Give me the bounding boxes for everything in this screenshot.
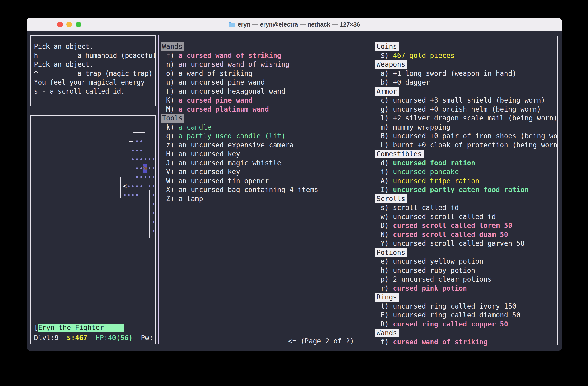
section-header: Coins [377, 43, 399, 50]
folder-icon [229, 21, 235, 27]
inventory-item: w) uncursed scroll called id [377, 213, 496, 221]
status-field: Dlvl:9 [34, 334, 59, 342]
section-header: Armor [377, 87, 399, 95]
inventory-item: d) uncursed food ration [377, 159, 475, 167]
map-wall [149, 191, 150, 238]
menu-page-indicator: <= (Page 2 of 2) [288, 337, 354, 346]
inventory-item: e) uncursed yellow potion [377, 257, 483, 265]
status-bracket: [ [34, 324, 38, 332]
menu-item[interactable]: u) an uncursed pine wand [162, 78, 265, 86]
menu-item[interactable]: V) an uncursed key [162, 168, 240, 176]
inventory-item: s) scroll called id [377, 204, 459, 212]
menu-item[interactable]: K) a cursed pine wand [162, 96, 252, 104]
status-field: Pw: [141, 334, 153, 342]
status-field: 56) [120, 334, 133, 342]
status-line-stats: Dlvl:9 $:467 HP:40(56) Pw: [34, 333, 153, 343]
map-wall [128, 141, 129, 169]
floor-dot [148, 167, 150, 169]
message-line: You feel your magical energy [34, 78, 145, 86]
menu-item[interactable]: q) a partly used candle (lit) [162, 132, 285, 140]
menu-item[interactable]: n) an uncursed wand of wishing [162, 61, 290, 68]
map-wall [133, 132, 133, 142]
minimize-button[interactable] [66, 22, 72, 27]
menu-item[interactable]: X) an uncursed bag containing 4 items [162, 186, 318, 194]
floor-dot [140, 150, 142, 151]
message-line: s - a scroll called id. [34, 87, 125, 95]
status-line-name: [Eryn the Fighter [34, 323, 124, 332]
map-wall [145, 132, 146, 150]
section-header: Scrolls [377, 195, 407, 203]
zoom-button[interactable] [76, 22, 81, 27]
section-header: Weapons [377, 61, 407, 68]
message-line: h a humanoid (peaceful [34, 52, 156, 60]
inventory-item: i) uncursed pancake [377, 168, 459, 176]
menu-item[interactable]: o) a wand of striking [162, 69, 252, 77]
perm-inventory-list: Coins $) 467 gold pieces Weapons a) +1 l… [377, 42, 558, 346]
floor-dot [136, 185, 138, 187]
inventory-item: g) uncursed +0 orcish helm (being worn) [377, 105, 541, 113]
message-line: ^ a trap (magic trap) [34, 69, 152, 77]
inventory-item: a) +1 long sword (weapon in hand) [377, 69, 516, 77]
message-line: Pick an object. [34, 61, 93, 68]
map-wall [128, 141, 133, 142]
status-field [59, 334, 67, 342]
floor-dot [153, 185, 154, 187]
status-field: $:467 [67, 334, 87, 342]
floor-dot [145, 158, 146, 160]
inventory-item: B) uncursed +0 pair of iron shoes (being… [377, 132, 558, 140]
menu-window-inner-border [372, 35, 372, 344]
terminal-screen[interactable]: Pick an object. h a humanoid (peaceful P… [27, 31, 562, 351]
inventory-item: t) uncursed ring called ivory 150 [377, 302, 516, 310]
inventory-item: N) cursed scroll called duam 50 [377, 231, 508, 238]
map-window [30, 115, 156, 341]
menu-item[interactable]: W) an uncursed tin opener [162, 177, 269, 185]
inventory-item: A) uncursed tripe ration [377, 177, 479, 185]
status-field: HP:40( [96, 334, 120, 342]
section-header: Potions [377, 249, 407, 257]
section-header: Tools [162, 114, 184, 122]
map-wall [120, 177, 121, 198]
inventory-item: E) uncursed ring called diamond 50 [377, 311, 520, 319]
floor-dot [128, 194, 130, 196]
floor-dot [128, 185, 130, 187]
menu-item[interactable]: f) a cursed wand of striking [162, 52, 281, 60]
section-header: Wands [162, 43, 184, 50]
menu-item[interactable]: F) an uncursed hexagonal wand [162, 87, 285, 95]
menu-item[interactable]: H) an uncursed key [162, 150, 240, 158]
map-wall [133, 168, 133, 177]
floor-dot [153, 203, 154, 205]
menu-item[interactable]: J) an uncursed magic whistle [162, 159, 281, 167]
character-name-highlight: Eryn the Fighter [38, 324, 125, 332]
inventory-item: r) cursed pink potion [377, 284, 467, 292]
inventory-item: f) cursed wand of striking [377, 338, 488, 346]
status-field [133, 334, 141, 342]
menu-item[interactable]: M) a cursed platinum wand [162, 105, 269, 113]
section-header: Rings [377, 293, 399, 301]
menu-item[interactable]: z) an uncursed expensive camera [162, 141, 294, 149]
terminal-window[interactable]: eryn — eryn@electra — nethack — 127×36 P… [27, 18, 562, 351]
map-wall [120, 177, 133, 177]
section-header: Comestibles [377, 150, 424, 158]
floor-dot [145, 176, 146, 178]
map-wall [133, 132, 146, 132]
message-line: Pick an object. [34, 43, 93, 50]
inventory-item: p) 2 uncursed clear potions [377, 275, 492, 283]
floor-dot [136, 167, 138, 169]
inventory-item: L) burnt +0 cloak of protection (being w… [377, 141, 558, 149]
section-header: Wands [377, 329, 399, 337]
inventory-item: Y) uncursed scroll called garven 50 [377, 239, 525, 247]
inventory-menu-list: Wands f) a cursed wand of striking n) an… [162, 42, 318, 203]
close-button[interactable] [57, 22, 63, 27]
window-title-group: eryn — eryn@electra — nethack — 127×36 [229, 21, 360, 28]
inventory-item: m) mummy wrapping [377, 123, 451, 131]
floor-dot [140, 185, 142, 187]
floor-dot [140, 167, 142, 169]
inventory-item: I) uncursed partly eaten food ration [377, 186, 529, 194]
menu-item[interactable]: k) a candle [162, 123, 211, 131]
inventory-item: $) 467 gold pieces [377, 52, 455, 60]
inventory-item: l) +2 silver dragon scale mail (being wo… [377, 114, 558, 122]
titlebar[interactable]: eryn — eryn@electra — nethack — 127×36 [27, 18, 562, 31]
window-title: eryn — eryn@electra — nethack — 127×36 [238, 21, 360, 28]
menu-item[interactable]: Z) a lamp [162, 195, 203, 203]
floor-dot [148, 185, 150, 187]
